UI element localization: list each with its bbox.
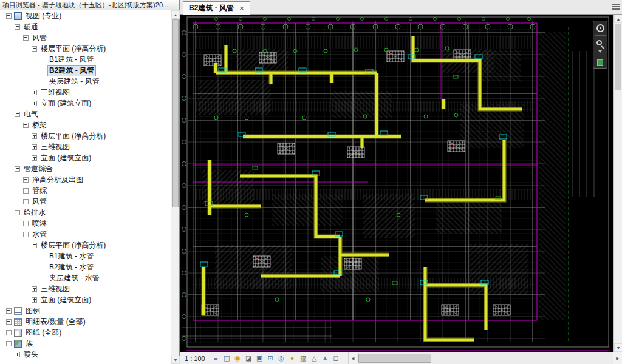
collapse-icon[interactable] — [32, 243, 37, 248]
tree-item-hvac[interactable]: 暖通 — [0, 21, 171, 32]
expand-icon[interactable] — [6, 319, 12, 325]
tree-item-label: B2建筑 - 风管 — [48, 66, 95, 76]
visual-style-icon[interactable]: ◫ — [222, 354, 231, 363]
tree-item-mep-combined[interactable]: 管道综合 — [0, 163, 171, 174]
expand-icon[interactable] — [15, 352, 20, 357]
tree-item-pipe-floorplans[interactable]: 楼层平面 (净高分析) — [0, 240, 171, 251]
tree-item-pipe-3d[interactable]: 三维视图 — [0, 283, 171, 294]
horizontal-scrollbar-thumb[interactable] — [358, 354, 431, 363]
collapse-icon[interactable] — [15, 210, 20, 215]
show-crop-region-icon[interactable]: ⊡ — [266, 354, 275, 363]
tree-item-duct[interactable]: 风管 — [0, 32, 171, 43]
expand-icon[interactable] — [23, 177, 29, 183]
tree-item-label: B2建筑 - 水管 — [48, 262, 95, 272]
tree-item-plumbing[interactable]: 给排水 — [0, 207, 171, 218]
expand-icon[interactable] — [23, 199, 29, 204]
tree-item-label: 给排水 — [22, 207, 47, 218]
tab-b2-duct[interactable]: B2建筑 - 风管 × — [183, 1, 250, 15]
tree-item-pipe[interactable]: 水管 — [0, 229, 171, 240]
scroll-left-icon[interactable]: ◀ — [349, 352, 357, 364]
tree-item-b1-duct[interactable]: B1建筑 - 风管 — [0, 54, 171, 65]
horizontal-scrollbar-track[interactable] — [357, 352, 613, 364]
collapse-icon[interactable] — [15, 24, 20, 30]
tree-item-pipe-elevations[interactable]: 立面 (建筑立面) — [0, 294, 171, 305]
expand-icon[interactable] — [6, 308, 12, 314]
divider — [595, 35, 606, 36]
tree-item-legends[interactable]: 图例 — [0, 305, 171, 316]
expand-icon[interactable] — [32, 297, 37, 303]
temporary-view-properties-icon[interactable]: ▨ — [299, 354, 308, 363]
tree-item-sprinkler[interactable]: 喷淋 — [0, 218, 171, 229]
scroll-down-icon[interactable]: ▼ — [614, 343, 622, 352]
vertical-scrollbar[interactable]: ▲ ▼ — [613, 15, 622, 352]
collapse-icon[interactable] — [23, 232, 29, 237]
tree-item-cable-tray[interactable]: 桥架 — [0, 120, 171, 130]
family-icon — [14, 340, 22, 348]
collapse-icon[interactable] — [23, 123, 29, 128]
scroll-up-icon[interactable]: ▲ — [614, 15, 622, 23]
collapse-icon[interactable] — [15, 166, 20, 172]
sun-path-icon[interactable]: ◉ — [233, 354, 242, 363]
show-constraints-icon[interactable]: ◻ — [332, 354, 341, 363]
tree-item-sprinkler-head[interactable]: 喷头 — [0, 349, 171, 360]
expand-icon[interactable] — [23, 188, 29, 194]
tree-item-tray-3d[interactable]: 三维视图 — [0, 141, 171, 152]
scroll-right-icon[interactable]: ▶ — [613, 352, 622, 364]
vertical-scrollbar-thumb[interactable] — [615, 24, 621, 90]
tree-item-label: 喷头 — [22, 349, 39, 360]
tab-menu-icon[interactable] — [612, 4, 620, 10]
view-scale[interactable]: 1 : 100 — [185, 355, 205, 362]
tree-item-schedules[interactable]: 明细表/数量 (全部) — [0, 316, 171, 327]
shadows-icon[interactable]: ◪ — [244, 354, 253, 363]
tree-item-families[interactable]: 族 — [0, 338, 171, 349]
tree-item-b2-duct[interactable]: B2建筑 - 风管 — [0, 65, 171, 76]
navigation-bar[interactable] — [593, 21, 607, 69]
temporary-hide-isolate-icon[interactable]: ◎ — [277, 354, 286, 363]
expand-icon[interactable] — [32, 155, 37, 161]
expand-icon[interactable] — [23, 221, 29, 226]
zoom-icon[interactable] — [596, 40, 602, 46]
hide-analytical-model-icon[interactable]: △ — [310, 354, 319, 363]
floor-plan-canvas[interactable] — [180, 15, 613, 352]
tree-item-mezz-duct[interactable]: 夹层建筑 - 风管 — [0, 76, 171, 87]
tree-item-tray-floorplans[interactable]: 楼层平面 (净高分析) — [0, 130, 171, 141]
collapse-icon[interactable] — [23, 35, 29, 41]
chevron-down-icon[interactable] — [598, 50, 602, 53]
horizontal-scrollbar[interactable]: ◀ ▶ — [348, 352, 622, 364]
tree-item-sheets[interactable]: 图纸 (全部) — [0, 327, 171, 338]
tree-item-b2-pipe[interactable]: B2建筑 - 水管 — [0, 261, 171, 272]
collapse-icon[interactable] — [15, 112, 20, 117]
tree-item-clearance-analysis[interactable]: 净高分析及出图 — [0, 174, 171, 185]
drawing-area: B2建筑 - 风管 × — [180, 0, 622, 364]
tree-item-combined[interactable]: 管综 — [0, 185, 171, 196]
reveal-hidden-elements-icon[interactable]: ● — [288, 354, 297, 363]
tree-item-combined-duct[interactable]: 风管 — [0, 196, 171, 207]
browser-scrollbar-thumb[interactable] — [172, 19, 179, 207]
collapse-icon[interactable] — [6, 341, 12, 346]
steering-wheel-icon[interactable] — [596, 24, 604, 32]
expand-icon[interactable] — [32, 133, 37, 139]
expand-icon[interactable] — [32, 144, 37, 150]
tree-item-mezz-pipe[interactable]: 夹层建筑 - 水管 — [0, 272, 171, 283]
expand-icon[interactable] — [6, 330, 12, 335]
tree-item-electrical[interactable]: 电气 — [0, 109, 171, 120]
tree-item-duct-3d[interactable]: 三维视图 — [0, 87, 171, 98]
expand-icon[interactable] — [32, 286, 37, 292]
scroll-down-icon[interactable]: ▼ — [171, 356, 180, 364]
detail-level-icon[interactable]: ≡ — [211, 354, 220, 363]
collapse-icon[interactable] — [32, 46, 37, 52]
expand-icon[interactable] — [32, 101, 37, 106]
orbit-cube-icon[interactable] — [597, 59, 603, 66]
tree-item-duct-elevations[interactable]: 立面 (建筑立面) — [0, 98, 171, 109]
highlight-displacement-sets-icon[interactable]: ▲ — [321, 354, 330, 363]
tree-item-tray-elevations[interactable]: 立面 (建筑立面) — [0, 152, 171, 163]
tree-item-duct-floorplans[interactable]: 楼层平面 (净高分析) — [0, 43, 171, 54]
tab-close-icon[interactable]: × — [239, 4, 244, 12]
collapse-icon[interactable] — [6, 13, 12, 19]
browser-scrollbar[interactable]: ▲ ▼ — [171, 10, 179, 364]
tree-item-views[interactable]: 视图 (专业) — [0, 10, 171, 21]
expand-icon[interactable] — [32, 90, 37, 95]
scroll-up-icon[interactable]: ▲ — [171, 10, 180, 19]
crop-view-icon[interactable]: ▣ — [255, 354, 264, 363]
tree-item-b1-pipe[interactable]: B1建筑 - 水管 — [0, 251, 171, 261]
